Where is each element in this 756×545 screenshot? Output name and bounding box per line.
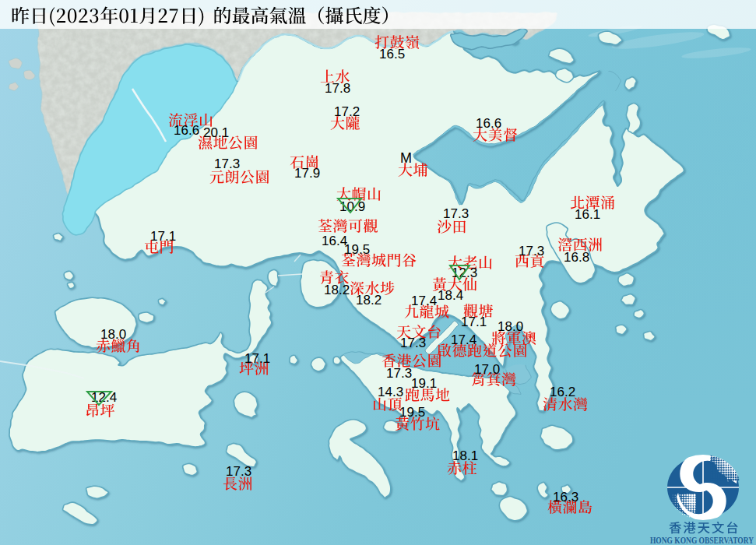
svg-text:17.4: 17.4 <box>411 294 437 308</box>
svg-text:18.1: 18.1 <box>452 448 478 463</box>
svg-text:18.0: 18.0 <box>100 327 126 342</box>
svg-text:17.3: 17.3 <box>443 206 469 221</box>
svg-text:17.8: 17.8 <box>325 81 350 96</box>
svg-text:18.0: 18.0 <box>498 319 523 334</box>
svg-text:17.1: 17.1 <box>150 229 176 244</box>
svg-text:16.8: 16.8 <box>564 250 589 265</box>
svg-text:16.3: 16.3 <box>553 490 578 505</box>
svg-text:19.5: 19.5 <box>344 242 370 257</box>
svg-text:18.2: 18.2 <box>324 283 350 297</box>
svg-text:20.1: 20.1 <box>203 125 229 140</box>
svg-text:16.5: 16.5 <box>379 47 405 62</box>
svg-text:10.9: 10.9 <box>339 199 365 214</box>
svg-text:19.5: 19.5 <box>399 405 425 420</box>
svg-text:17.2: 17.2 <box>334 104 360 119</box>
svg-text:18.4: 18.4 <box>438 288 463 303</box>
svg-text:17.3: 17.3 <box>519 244 544 258</box>
svg-text:HONG KONG OBSERVATORY: HONG KONG OBSERVATORY <box>650 534 754 545</box>
svg-text:17.3: 17.3 <box>226 464 251 479</box>
svg-text:17.0: 17.0 <box>474 362 500 377</box>
svg-text:19.1: 19.1 <box>411 376 437 391</box>
svg-text:14.3: 14.3 <box>378 385 403 399</box>
svg-text:16.2: 16.2 <box>550 385 575 399</box>
svg-text:17.4: 17.4 <box>451 332 476 347</box>
svg-text:17.1: 17.1 <box>461 315 487 329</box>
svg-text:17.3: 17.3 <box>386 366 412 381</box>
svg-text:18.2: 18.2 <box>356 293 382 308</box>
svg-text:M: M <box>400 150 412 166</box>
svg-text:17.3: 17.3 <box>400 336 426 350</box>
svg-text:17.1: 17.1 <box>244 351 270 366</box>
svg-text:16.6: 16.6 <box>174 123 199 138</box>
svg-text:17.9: 17.9 <box>294 166 320 181</box>
svg-text:16.1: 16.1 <box>575 207 600 222</box>
svg-text:16.6: 16.6 <box>476 116 501 131</box>
svg-text:17.3: 17.3 <box>214 156 240 171</box>
